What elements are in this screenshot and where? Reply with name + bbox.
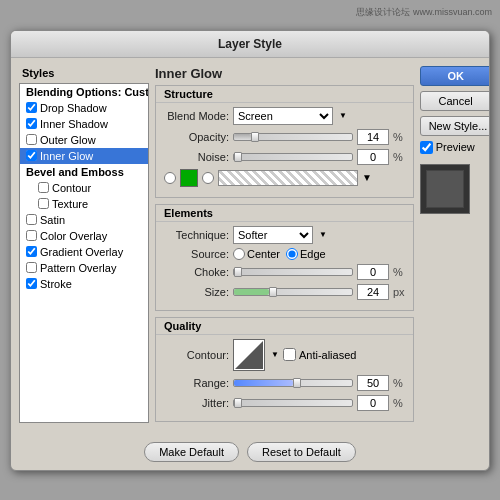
size-slider-track[interactable] xyxy=(233,288,353,296)
source-label: Source: xyxy=(164,248,229,260)
size-row: Size: px xyxy=(164,284,405,300)
color-swatch[interactable] xyxy=(180,169,198,187)
size-input[interactable] xyxy=(357,284,389,300)
quality-label: Quality xyxy=(156,318,413,335)
anti-alias-row: Anti-aliased xyxy=(283,348,356,361)
preview-checkbox[interactable] xyxy=(420,141,433,154)
range-slider-track[interactable] xyxy=(233,379,353,387)
source-center-option: Center xyxy=(233,248,280,260)
blend-mode-label: Blend Mode: xyxy=(164,110,229,122)
style-item-texture[interactable]: Texture xyxy=(20,196,148,212)
elements-section: Elements Technique: Softer ▼ Source: xyxy=(155,204,414,311)
main-panel: Inner Glow Structure Blend Mode: Screen … xyxy=(155,66,414,428)
noise-slider-thumb[interactable] xyxy=(234,152,242,162)
inner-shadow-check[interactable] xyxy=(26,118,37,129)
styles-panel: Styles Blending Options: Custom Drop Sha… xyxy=(19,66,149,428)
style-item-drop-shadow[interactable]: Drop Shadow xyxy=(20,100,148,116)
outer-glow-check[interactable] xyxy=(26,134,37,145)
range-row: Range: % xyxy=(164,375,405,391)
blend-mode-arrow: ▼ xyxy=(339,111,347,120)
structure-section: Structure Blend Mode: Screen ▼ Opacity: xyxy=(155,85,414,198)
color-swatch-row: ▼ xyxy=(164,169,405,187)
noise-row: Noise: % xyxy=(164,149,405,165)
opacity-input[interactable] xyxy=(357,129,389,145)
source-edge-option: Edge xyxy=(286,248,326,260)
style-item-inner-shadow[interactable]: Inner Shadow xyxy=(20,116,148,132)
bottom-buttons: Make Default Reset to Default xyxy=(11,436,489,470)
layer-style-dialog: Layer Style Styles Blending Options: Cus… xyxy=(10,30,490,471)
jitter-row: Jitter: % xyxy=(164,395,405,411)
contour-thumb[interactable] xyxy=(233,339,265,371)
range-input[interactable] xyxy=(357,375,389,391)
ok-button[interactable]: OK xyxy=(420,66,490,86)
style-item-blending[interactable]: Blending Options: Custom xyxy=(20,84,148,100)
stroke-check[interactable] xyxy=(26,278,37,289)
style-item-outer-glow[interactable]: Outer Glow xyxy=(20,132,148,148)
opacity-unit: % xyxy=(393,131,403,143)
range-unit: % xyxy=(393,377,403,389)
cancel-button[interactable]: Cancel xyxy=(420,91,490,111)
style-item-pattern-overlay[interactable]: Pattern Overlay xyxy=(20,260,148,276)
noise-slider-track[interactable] xyxy=(233,153,353,161)
opacity-label: Opacity: xyxy=(164,131,229,143)
style-item-gradient-overlay[interactable]: Gradient Overlay xyxy=(20,244,148,260)
anti-alias-check[interactable] xyxy=(283,348,296,361)
preview-check-row: Preview xyxy=(420,141,490,154)
technique-label: Technique: xyxy=(164,229,229,241)
reset-to-default-button[interactable]: Reset to Default xyxy=(247,442,356,462)
style-item-color-overlay[interactable]: Color Overlay xyxy=(20,228,148,244)
noise-input[interactable] xyxy=(357,149,389,165)
opacity-row: Opacity: % xyxy=(164,129,405,145)
choke-slider-track[interactable] xyxy=(233,268,353,276)
satin-check[interactable] xyxy=(26,214,37,225)
jitter-slider-thumb[interactable] xyxy=(234,398,242,408)
source-row: Source: Center Edge xyxy=(164,248,405,260)
solid-radio[interactable] xyxy=(164,172,176,184)
technique-row: Technique: Softer ▼ xyxy=(164,226,405,244)
color-overlay-check[interactable] xyxy=(26,230,37,241)
style-item-inner-glow[interactable]: Inner Glow xyxy=(20,148,148,164)
texture-check[interactable] xyxy=(38,198,49,209)
style-item-contour[interactable]: Contour xyxy=(20,180,148,196)
dialog-title: Layer Style xyxy=(11,31,489,58)
choke-unit: % xyxy=(393,266,403,278)
contour-row: Contour: ▼ Anti-aliased xyxy=(164,339,405,371)
range-label: Range: xyxy=(164,377,229,389)
source-center-radio[interactable] xyxy=(233,248,245,260)
technique-select[interactable]: Softer xyxy=(233,226,313,244)
gradient-arrow[interactable]: ▼ xyxy=(362,172,372,183)
opacity-slider-track[interactable] xyxy=(233,133,353,141)
jitter-slider-track[interactable] xyxy=(233,399,353,407)
jitter-unit: % xyxy=(393,397,403,409)
technique-arrow: ▼ xyxy=(319,230,327,239)
contour-arrow[interactable]: ▼ xyxy=(271,350,279,359)
preview-label: Preview xyxy=(436,141,475,153)
pattern-overlay-check[interactable] xyxy=(26,262,37,273)
style-item-bevel[interactable]: Bevel and Emboss xyxy=(20,164,148,180)
jitter-label: Jitter: xyxy=(164,397,229,409)
source-edge-radio[interactable] xyxy=(286,248,298,260)
choke-slider-thumb[interactable] xyxy=(234,267,242,277)
style-item-satin[interactable]: Satin xyxy=(20,212,148,228)
noise-label: Noise: xyxy=(164,151,229,163)
blend-mode-select[interactable]: Screen xyxy=(233,107,333,125)
contour-check[interactable] xyxy=(38,182,49,193)
make-default-button[interactable]: Make Default xyxy=(144,442,239,462)
blend-mode-row: Blend Mode: Screen ▼ xyxy=(164,107,405,125)
size-slider-thumb[interactable] xyxy=(269,287,277,297)
jitter-input[interactable] xyxy=(357,395,389,411)
source-options: Center Edge xyxy=(233,248,326,260)
source-center-label: Center xyxy=(247,248,280,260)
style-item-stroke[interactable]: Stroke xyxy=(20,276,148,292)
new-style-button[interactable]: New Style... xyxy=(420,116,490,136)
choke-input[interactable] xyxy=(357,264,389,280)
elements-label: Elements xyxy=(156,205,413,222)
drop-shadow-check[interactable] xyxy=(26,102,37,113)
styles-panel-header: Styles xyxy=(19,66,149,80)
inner-glow-check[interactable] xyxy=(26,150,37,161)
gradient-radio[interactable] xyxy=(202,172,214,184)
gradient-preview[interactable] xyxy=(218,170,358,186)
range-slider-thumb[interactable] xyxy=(293,378,301,388)
opacity-slider-thumb[interactable] xyxy=(251,132,259,142)
gradient-overlay-check[interactable] xyxy=(26,246,37,257)
